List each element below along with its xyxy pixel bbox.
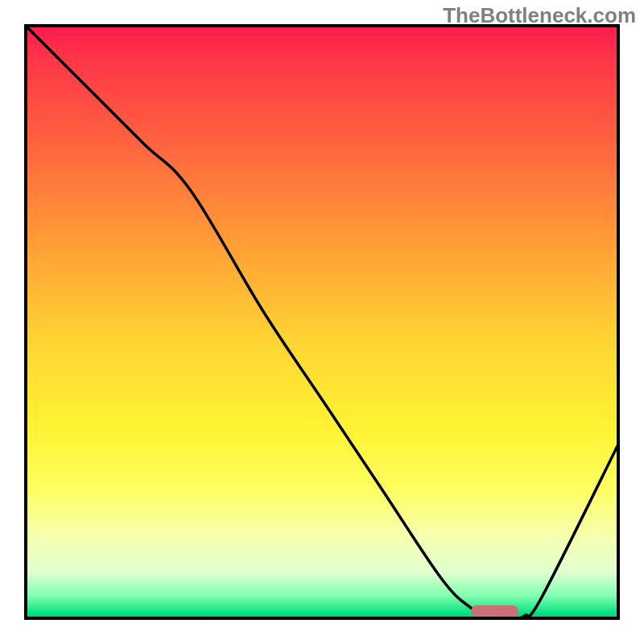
optimum-marker xyxy=(471,605,518,617)
chart-canvas: TheBottleneck.com xyxy=(0,0,644,644)
watermark-text: TheBottleneck.com xyxy=(443,3,636,28)
curve-svg xyxy=(24,24,620,620)
plot-area xyxy=(24,24,620,620)
curve-path xyxy=(24,24,620,618)
